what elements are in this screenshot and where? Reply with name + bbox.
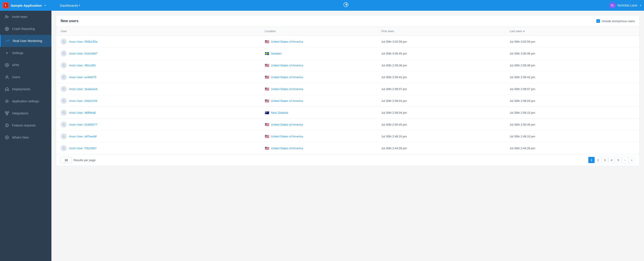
per-page-input[interactable]: [60, 157, 72, 163]
sidebar-item-users[interactable]: Users: [0, 71, 52, 83]
deployments-icon: [4, 87, 10, 92]
sidebar-item-whats-new[interactable]: What's New: [0, 131, 52, 143]
svg-point-13: [6, 101, 8, 102]
sidebar-label-feature-requests: Feature requests: [12, 124, 36, 127]
user-cell-7: Anon User: 61960077: [56, 119, 260, 130]
svg-point-23: [63, 40, 64, 42]
page-btn-4[interactable]: 4: [608, 157, 615, 163]
first-seen-cell-6: Jul 30th 2:56:04 pm: [377, 107, 505, 119]
app-section: S Sample Application ▾: [3, 2, 54, 8]
sidebar-label-integrations: Integrations: [12, 111, 28, 115]
location-cell-0: 🇺🇸 United States of America: [260, 36, 377, 48]
page-next-btn[interactable]: ›: [622, 157, 628, 163]
last-seen-cell-2: Jul 30th 2:59:38 pm: [505, 59, 639, 71]
location-link-8[interactable]: United States of America: [271, 135, 303, 138]
sidebar-item-real-user-monitoring[interactable]: Real User Monitoring: [0, 35, 52, 47]
col-header-last-seen[interactable]: Last seen ▾: [505, 27, 639, 36]
sidebar-item-apm[interactable]: APM: [0, 59, 52, 71]
user-cell-5: Anon User: d3d2c229: [56, 95, 260, 107]
user-link-4[interactable]: Anon User: 3eada2e4: [69, 87, 97, 91]
svg-rect-16: [6, 114, 8, 115]
sidebar-label-invite-team: Invite team: [12, 15, 27, 18]
flag-icon-5: 🇺🇸: [265, 99, 269, 103]
location-cell-9: 🇺🇸 United States of America: [260, 142, 377, 154]
user-link-0[interactable]: Anon User: 056b135a: [69, 40, 97, 43]
sidebar-item-application-settings[interactable]: Application settings: [0, 95, 52, 107]
svg-point-12: [6, 76, 8, 77]
main-content: New users ✓ Include anonymous users User…: [52, 11, 644, 261]
lightning-icon[interactable]: [344, 2, 348, 8]
sidebar-item-feature-requests[interactable]: Feature requests: [0, 119, 52, 131]
crash-reporting-icon: [4, 26, 10, 31]
user-link-9[interactable]: Anon User: f7622687: [69, 147, 96, 150]
location-cell-7: 🇺🇸 United States of America: [260, 119, 377, 130]
svg-point-31: [63, 135, 64, 137]
location-link-0[interactable]: United States of America: [271, 40, 303, 43]
user-link-1[interactable]: Anon User: 61b24d67: [69, 52, 97, 55]
first-seen-cell-3: Jul 30th 2:59:42 pm: [377, 71, 505, 83]
include-anonymous-section: ✓ Include anonymous users: [596, 19, 635, 23]
per-page-section: Results per page: [60, 157, 96, 163]
table-row: Anon User: 61960077 🇺🇸 United States of …: [56, 119, 639, 130]
first-seen-cell-5: Jul 30th 2:58:03 pm: [377, 95, 505, 107]
settings-dot-icon: •: [4, 50, 10, 55]
col-header-location: Location: [260, 27, 377, 36]
user-cell-0: Anon User: 056b135a: [56, 36, 260, 48]
app-dropdown-arrow[interactable]: ▾: [44, 4, 46, 7]
location-link-5[interactable]: United States of America: [271, 99, 303, 103]
page-btn-3[interactable]: 3: [602, 157, 608, 163]
table-row: Anon User: 3eada2e4 🇺🇸 United States of …: [56, 83, 639, 95]
flag-icon-1: 🇸🇪: [265, 51, 269, 56]
app-logo: S: [3, 2, 9, 8]
flag-icon-3: 🇺🇸: [265, 75, 269, 79]
sidebar-item-settings[interactable]: • Settings: [0, 47, 52, 59]
last-seen-cell-1: Jul 30th 3:00:46 pm: [505, 48, 639, 59]
user-cell-2: Anon User: 4f01c8f3: [56, 59, 260, 71]
location-link-6[interactable]: New Zealand: [271, 111, 288, 114]
user-link-6[interactable]: Anon User: 46ff9ea6: [69, 111, 96, 114]
location-link-2[interactable]: United States of America: [271, 64, 303, 67]
flag-icon-2: 🇺🇸: [265, 63, 269, 67]
sidebar-item-integrations[interactable]: Integrations: [0, 107, 52, 119]
page-btn-2[interactable]: 2: [595, 157, 601, 163]
dashboards-button[interactable]: Dashboards ▾: [58, 2, 82, 9]
sidebar-item-deployments[interactable]: Deployments: [0, 83, 52, 95]
user-link-5[interactable]: Anon User: d3d2c229: [69, 99, 97, 103]
location-cell-8: 🇺🇸 United States of America: [260, 130, 377, 142]
user-avatar-9: [60, 145, 67, 151]
user-dropdown-arrow[interactable]: ▾: [640, 4, 641, 7]
user-link-3[interactable]: Anon User: ec94bf75: [69, 75, 96, 79]
location-cell-3: 🇺🇸 United States of America: [260, 71, 377, 83]
location-link-9[interactable]: United States of America: [271, 147, 303, 150]
include-anonymous-checkbox[interactable]: ✓: [596, 19, 600, 23]
table-footer: Results per page 1 2 3 4 5 › »: [56, 154, 639, 166]
svg-point-27: [63, 88, 64, 89]
page-last-btn[interactable]: »: [628, 157, 635, 163]
location-link-3[interactable]: United States of America: [271, 75, 303, 79]
invite-team-icon: [4, 14, 10, 19]
location-cell-4: 🇺🇸 United States of America: [260, 83, 377, 95]
user-avatar-5: [60, 98, 67, 104]
sidebar-item-invite-team[interactable]: Invite team: [0, 11, 52, 23]
apm-icon: [4, 63, 10, 67]
panel-title: New users: [60, 19, 78, 23]
page-btn-5[interactable]: 5: [615, 157, 622, 163]
user-link-8[interactable]: Anon User: a97eeddf: [69, 135, 96, 138]
user-link-2[interactable]: Anon User: 4f01c8f3: [69, 64, 96, 67]
users-table: User Location First seen Last seen ▾: [56, 27, 639, 154]
location-link-1[interactable]: Sweden: [271, 52, 282, 55]
user-avatar-8: [60, 133, 67, 139]
first-seen-cell-7: Jul 30th 2:50:45 pm: [377, 119, 505, 130]
first-seen-cell-2: Jul 30th 2:59:38 pm: [377, 59, 505, 71]
sidebar-item-crash-reporting[interactable]: Crash Reporting: [0, 23, 52, 35]
user-link-7[interactable]: Anon User: 61960077: [69, 123, 97, 126]
table-row: Anon User: 056b135a 🇺🇸 United States of …: [56, 36, 639, 48]
user-avatar-1: [60, 50, 67, 56]
page-btn-1[interactable]: 1: [588, 157, 594, 163]
user-avatar-7: [60, 121, 67, 128]
location-link-4[interactable]: United States of America: [271, 87, 303, 91]
application-settings-icon: [4, 99, 10, 104]
user-section: NL Nicholas Lane ▾: [609, 2, 641, 8]
flag-icon-4: 🇺🇸: [265, 87, 269, 91]
location-link-7[interactable]: United States of America: [271, 123, 303, 126]
